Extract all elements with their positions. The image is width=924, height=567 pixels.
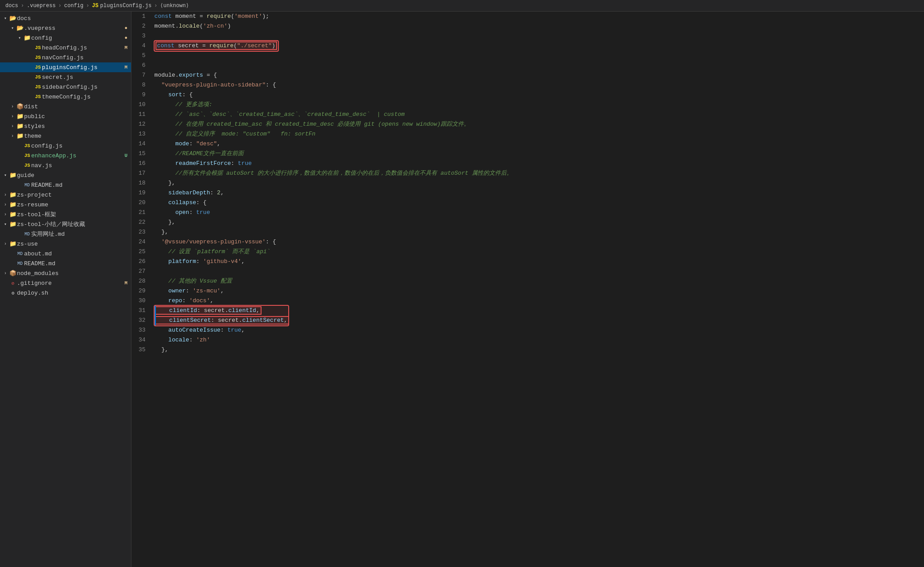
chevron-right-icon: › bbox=[2, 193, 9, 197]
folder-open-icon: 📁 bbox=[23, 34, 31, 41]
sidebar-item-urls[interactable]: MD 实用网址.md bbox=[0, 229, 131, 239]
sidebar-item-label: .gitignore bbox=[17, 280, 124, 287]
sidebar-item-zstool2[interactable]: ▾ 📁 zs-tool-小结／网址收藏 bbox=[0, 219, 131, 229]
folder-icon: 📁 bbox=[9, 240, 17, 247]
sidebar-item-label: pluginsConfig.js bbox=[42, 64, 124, 71]
sidebar-item-guide[interactable]: ▾ 📁 guide bbox=[0, 170, 131, 180]
sidebar-item-label: 实用网址.md bbox=[31, 230, 131, 238]
sidebar-item-deploysh[interactable]: ⚙ deploy.sh bbox=[0, 288, 131, 298]
folder-icon: 📁 bbox=[9, 211, 17, 218]
secret-highlight-box: clientId: secret.clientId, clientSecret:… bbox=[155, 306, 289, 325]
code-line: }, bbox=[155, 345, 913, 355]
code-line bbox=[155, 267, 913, 276]
code-line: // 更多选项: bbox=[155, 100, 913, 110]
sidebar-item-label: zs-use bbox=[17, 241, 131, 247]
line-number: 24 bbox=[139, 237, 146, 247]
sidebar-item-navconfig[interactable]: JS navConfig.js bbox=[0, 53, 131, 62]
line-number: 3 bbox=[139, 31, 146, 41]
breadcrumb-sep3: › bbox=[86, 3, 89, 9]
line-number: 7 bbox=[139, 70, 146, 80]
sidebar-item-aboutmd[interactable]: MD about.md bbox=[0, 249, 131, 259]
sidebar-item-pluginsconfig[interactable]: JS pluginsConfig.js M bbox=[0, 62, 131, 72]
sidebar-item-secret[interactable]: JS secret.js bbox=[0, 72, 131, 82]
sidebar-item-label: config.js bbox=[31, 143, 131, 149]
sidebar-item-headconfig[interactable]: JS headConfig.js M bbox=[0, 43, 131, 53]
code-line: // 自定义排序 mode: "custom" fn: sortFn bbox=[155, 129, 913, 139]
code-line: }, bbox=[155, 178, 913, 188]
sidebar-item-zsresume[interactable]: › 📁 zs-resume bbox=[0, 200, 131, 210]
sidebar-item-config[interactable]: ▾ 📁 config ● bbox=[0, 33, 131, 43]
breadcrumb-js-icon: JS bbox=[92, 3, 98, 9]
line-number: 5 bbox=[139, 51, 146, 61]
folder-icon: 📁 bbox=[16, 132, 24, 140]
chevron-right-icon: › bbox=[2, 202, 9, 207]
js-file-icon: JS bbox=[23, 163, 31, 168]
code-line: sort: { bbox=[155, 90, 913, 100]
folder-icon: 📁 bbox=[16, 113, 24, 120]
sidebar-item-zstool[interactable]: › 📁 zs-tool-框架 bbox=[0, 210, 131, 219]
sidebar-item-nodemodules[interactable]: › 📦 node_modules bbox=[0, 268, 131, 278]
line-number: 28 bbox=[139, 276, 146, 286]
sidebar-item-enhanceapp[interactable]: JS enhanceApp.js U bbox=[0, 151, 131, 160]
code-line: const moment = require('moment'); bbox=[155, 12, 913, 21]
sidebar-item-styles[interactable]: › 📁 styles bbox=[0, 121, 131, 131]
chevron-down-icon: ▾ bbox=[9, 25, 16, 31]
code-line: // 设置 `platform` 而不是 `api` bbox=[155, 247, 913, 257]
code-line: //README文件一直在前面 bbox=[155, 149, 913, 159]
sidebar-item-label: zs-resume bbox=[17, 201, 131, 208]
sidebar-item-theme[interactable]: › 📁 theme bbox=[0, 131, 131, 141]
breadcrumb-symbol: ⟨unknown⟩ bbox=[160, 2, 189, 9]
code-scroll-area[interactable]: 1234567891011121314151617181920212223242… bbox=[131, 12, 924, 567]
sidebar-item-guide-readme[interactable]: MD README.md bbox=[0, 180, 131, 190]
breadcrumb-sep4: › bbox=[154, 3, 157, 9]
sidebar-item-label: public bbox=[24, 113, 131, 120]
chevron-down-icon: ▾ bbox=[2, 16, 9, 21]
sidebar-item-themeconfig[interactable]: JS themeConfig.js bbox=[0, 92, 131, 102]
line-number: 33 bbox=[139, 325, 146, 335]
line-number: 31 bbox=[139, 306, 146, 316]
code-line: clientSecret: secret.clientSecret, bbox=[155, 316, 289, 325]
sidebar-item-gitignore[interactable]: ⊘ .gitignore M bbox=[0, 278, 131, 288]
js-file-icon: JS bbox=[34, 74, 42, 80]
sidebar-item-navjs[interactable]: JS nav.js bbox=[0, 160, 131, 170]
breadcrumb-docs[interactable]: docs bbox=[5, 3, 18, 9]
sidebar-item-label: zs-tool-框架 bbox=[17, 210, 131, 218]
line-number: 13 bbox=[139, 129, 146, 139]
sidebar-item-label: headConfig.js bbox=[42, 45, 124, 51]
sidebar-item-label: config bbox=[31, 35, 124, 41]
sidebar-item-zsuse[interactable]: › 📁 zs-use bbox=[0, 239, 131, 249]
line-number: 21 bbox=[139, 208, 146, 218]
code-line: // 其他的 Vssue 配置 bbox=[155, 276, 913, 286]
sidebar-item-vuepress[interactable]: ▾ 📂 .vuepress ● bbox=[0, 23, 131, 33]
line-number: 22 bbox=[139, 218, 146, 227]
sidebar-item-sidebarconfig[interactable]: JS sidebarConfig.js bbox=[0, 82, 131, 92]
js-file-icon: JS bbox=[34, 94, 42, 99]
line-number: 17 bbox=[139, 168, 146, 178]
md-file-icon: MD bbox=[16, 261, 24, 266]
line-numbers: 1234567891011121314151617181920212223242… bbox=[131, 12, 151, 567]
code-line: moment.locale('zh-cn') bbox=[155, 21, 913, 31]
sidebar-item-zsproject[interactable]: › 📁 zs-project bbox=[0, 190, 131, 200]
sidebar-item-label: deploy.sh bbox=[17, 290, 131, 296]
sidebar-item-dist[interactable]: › 📦 dist bbox=[0, 102, 131, 111]
code-line: //所有文件会根据 autoSort 的大小进行排序，数值大的在前，数值小的在后… bbox=[155, 168, 913, 178]
line-number: 27 bbox=[139, 267, 146, 276]
breadcrumb-vuepress[interactable]: .vuepress bbox=[27, 3, 56, 9]
code-editor[interactable]: 1234567891011121314151617181920212223242… bbox=[131, 12, 924, 567]
sidebar-item-docs[interactable]: ▾ 📂 docs bbox=[0, 13, 131, 23]
line-number: 25 bbox=[139, 247, 146, 257]
folder-icon: 📦 bbox=[9, 270, 17, 277]
breadcrumb-file[interactable]: pluginsConfig.js bbox=[100, 3, 151, 9]
line-number: 14 bbox=[139, 139, 146, 149]
line-number: 32 bbox=[139, 316, 146, 325]
code-line bbox=[155, 61, 913, 70]
sidebar-item-rootreadme[interactable]: MD README.md bbox=[0, 259, 131, 268]
folder-open-icon: 📂 bbox=[9, 15, 17, 22]
breadcrumb-config[interactable]: config bbox=[64, 3, 83, 9]
sidebar-item-public[interactable]: › 📁 public bbox=[0, 111, 131, 121]
sidebar-item-configjs[interactable]: JS config.js bbox=[0, 141, 131, 151]
line-number: 15 bbox=[139, 149, 146, 159]
code-line: readmeFirstForce: true bbox=[155, 159, 913, 168]
chevron-right-icon: › bbox=[9, 124, 16, 129]
line-number: 18 bbox=[139, 178, 146, 188]
